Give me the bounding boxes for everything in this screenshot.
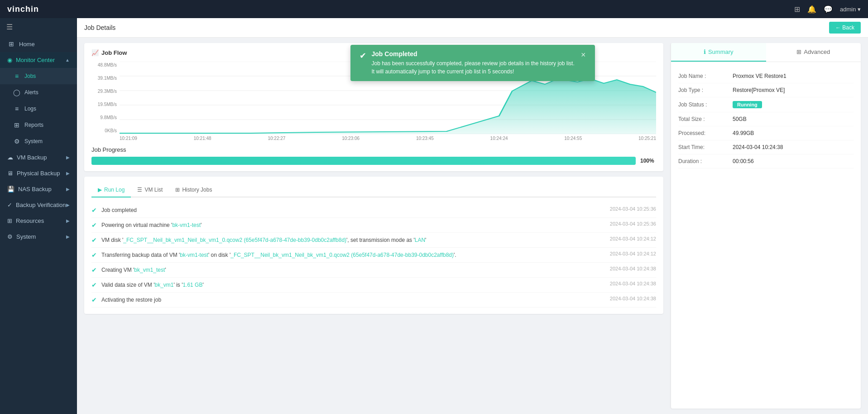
sidebar-item-vm-backup-label: VM Backup xyxy=(17,154,47,161)
log-text-0: Job completed xyxy=(101,206,605,214)
grid-icon[interactable]: ⊞ xyxy=(794,5,800,14)
log-text-3: Transferring backup data of VM 'bk-vm1-t… xyxy=(101,251,605,259)
log-time-0: 2024-03-04 10:25:36 xyxy=(610,206,656,212)
log-time-1: 2024-03-04 10:25:36 xyxy=(610,221,656,226)
job-flow-label: Job Flow xyxy=(101,49,127,56)
sidebar-toggle[interactable]: ☰ xyxy=(0,18,77,36)
topbar: vinchin ⊞ 🔔 💬 admin ▾ xyxy=(0,0,868,18)
log-text-6: Activating the restore job xyxy=(101,296,605,304)
log-text-4: Creating VM 'bk_vm1_test' xyxy=(101,266,605,274)
log-entry-0: ✔ Job completed 2024-03-04 10:25:36 xyxy=(91,203,656,218)
sidebar-item-resources[interactable]: ⊞ Resources ▶ xyxy=(0,213,77,229)
panel-tab-advanced[interactable]: ⊞ Advanced xyxy=(766,43,861,62)
log-text-1: Powering on virtual machine 'bk-vm1-test… xyxy=(101,221,605,229)
sidebar-item-backup-verification[interactable]: ✓ Backup Verification ▶ xyxy=(0,197,77,213)
log-check-5: ✔ xyxy=(91,281,97,289)
sidebar-item-system-label: System xyxy=(16,233,36,240)
log-check-4: ✔ xyxy=(91,266,97,274)
resources-icon: ⊞ xyxy=(7,217,12,224)
y-label-3: 19.5MB/s xyxy=(91,102,117,107)
log-check-2: ✔ xyxy=(91,236,97,244)
advanced-tab-icon: ⊞ xyxy=(796,48,801,55)
log-tabs: ▶ Run Log ☰ VM List ⊞ History Jobs xyxy=(91,183,656,197)
status-badge: Running xyxy=(733,101,762,108)
info-label-job-name: Job Name : xyxy=(678,73,733,79)
info-row-duration: Duration : 00:00:56 xyxy=(678,154,854,168)
tab-vm-list[interactable]: ☰ VM List xyxy=(131,183,169,197)
x-label-6: 10:24:55 xyxy=(564,136,582,141)
log-time-3: 2024-03-04 10:24:12 xyxy=(610,251,656,256)
log-entry-6: ✔ Activating the restore job 2024-03-04 … xyxy=(91,293,656,308)
info-row-total-size: Total Size : 50GB xyxy=(678,112,854,126)
log-entry-1: ✔ Powering on virtual machine 'bk-vm1-te… xyxy=(91,218,656,233)
notification-close-button[interactable]: × xyxy=(581,50,586,60)
progress-percentage: 100% xyxy=(640,158,656,164)
sidebar-item-physical-backup-label: Physical Backup xyxy=(17,170,60,177)
info-label-start-time: Start Time: xyxy=(678,144,733,150)
progress-section: Job Progress 100% xyxy=(91,146,656,165)
chat-icon[interactable]: 💬 xyxy=(824,5,833,14)
user-menu[interactable]: admin ▾ xyxy=(840,6,861,13)
monitor-center-arrow: ▲ xyxy=(65,58,70,63)
vm-backup-arrow: ▶ xyxy=(66,155,70,160)
x-label-1: 10:21:48 xyxy=(194,136,211,141)
log-check-1: ✔ xyxy=(91,221,97,229)
page-container: 📈 Job Flow 48.8MB/s 39.1MB/s 29.3MB/s 19… xyxy=(77,38,868,414)
sidebar-item-vm-backup[interactable]: ☁ VM Backup ▶ xyxy=(0,149,77,165)
log-time-2: 2024-03-04 10:24:12 xyxy=(610,236,656,241)
panel-content: Job Name : Proxmox VE Restore1 Job Type … xyxy=(671,62,861,409)
panel-tab-summary[interactable]: ℹ Summary xyxy=(671,43,766,62)
content-area: Job Details ← Back ✔ Job Completed Job h… xyxy=(77,18,868,414)
sidebar-item-system[interactable]: ⚙ System ▶ xyxy=(0,229,77,245)
tab-history-jobs[interactable]: ⊞ History Jobs xyxy=(169,183,218,197)
bell-icon[interactable]: 🔔 xyxy=(807,5,816,14)
info-row-job-name: Job Name : Proxmox VE Restore1 xyxy=(678,69,854,83)
sidebar-item-system-monitor[interactable]: ⚙ System xyxy=(0,133,77,149)
back-button[interactable]: ← Back xyxy=(829,22,861,34)
sidebar-item-reports[interactable]: ⊞ Reports xyxy=(0,117,77,133)
panel-tabs: ℹ Summary ⊞ Advanced xyxy=(671,43,861,62)
x-label-0: 10:21:09 xyxy=(120,136,137,141)
info-row-job-type: Job Type : Restore[Proxmox VE] xyxy=(678,83,854,97)
resources-arrow: ▶ xyxy=(66,218,70,223)
tab-history-jobs-label: History Jobs xyxy=(182,187,212,193)
physical-backup-arrow: ▶ xyxy=(66,171,70,176)
right-panel: ℹ Summary ⊞ Advanced Job Name : Proxmox … xyxy=(671,43,861,409)
sidebar-item-alerts-label: Alerts xyxy=(24,89,38,96)
backup-verification-icon: ✓ xyxy=(7,202,12,208)
info-value-processed: 49.99GB xyxy=(733,130,754,136)
log-check-6: ✔ xyxy=(91,296,97,303)
sidebar-item-jobs[interactable]: ≡ Jobs xyxy=(0,68,77,84)
log-entry-5: ✔ Valid data size of VM 'bk_vm1' is '1.6… xyxy=(91,278,656,293)
progress-title: Job Progress xyxy=(91,146,656,153)
sidebar-item-monitor-center[interactable]: ◉ Monitor Center ▲ xyxy=(0,52,77,68)
vm-backup-icon: ☁ xyxy=(7,154,13,161)
logo-vin: vin xyxy=(7,5,20,14)
x-label-3: 10:23:06 xyxy=(342,136,360,141)
tab-run-log[interactable]: ▶ Run Log xyxy=(91,183,131,197)
chart-y-axis: 48.8MB/s 39.1MB/s 29.3MB/s 19.5MB/s 9.8M… xyxy=(91,62,120,134)
info-label-job-type: Job Type : xyxy=(678,87,733,93)
run-log-icon: ▶ xyxy=(98,187,102,193)
y-label-0: 48.8MB/s xyxy=(91,63,117,67)
history-jobs-icon: ⊞ xyxy=(175,187,180,193)
info-row-job-status: Job Status : Running xyxy=(678,97,854,112)
sidebar-item-physical-backup[interactable]: 🖥 Physical Backup ▶ xyxy=(0,165,77,181)
system-arrow: ▶ xyxy=(66,234,70,239)
panel-tab-advanced-label: Advanced xyxy=(804,48,830,55)
sidebar-item-nas-backup[interactable]: 💾 NAS Backup ▶ xyxy=(0,181,77,197)
log-check-0: ✔ xyxy=(91,207,97,214)
sidebar-item-home[interactable]: ⊞ Home xyxy=(0,36,77,52)
info-value-start-time: 2024-03-04 10:24:38 xyxy=(733,144,783,150)
main-layout: ☰ ⊞ Home ◉ Monitor Center ▲ ≡ Jobs ◯ Ale… xyxy=(0,18,868,414)
sidebar-item-resources-label: Resources xyxy=(16,217,44,224)
notification-body: Job Completed Job has been successfully … xyxy=(372,50,575,76)
sidebar-item-logs[interactable]: ≡ Logs xyxy=(0,101,77,117)
log-entries: ✔ Job completed 2024-03-04 10:25:36 ✔ Po… xyxy=(91,203,656,308)
y-label-4: 9.8MB/s xyxy=(91,115,117,120)
sidebar-item-alerts[interactable]: ◯ Alerts xyxy=(0,84,77,101)
job-flow-icon: 📈 xyxy=(91,49,99,56)
sidebar-item-logs-label: Logs xyxy=(24,106,36,112)
notification-title: Job Completed xyxy=(372,50,575,58)
y-label-1: 39.1MB/s xyxy=(91,76,117,81)
